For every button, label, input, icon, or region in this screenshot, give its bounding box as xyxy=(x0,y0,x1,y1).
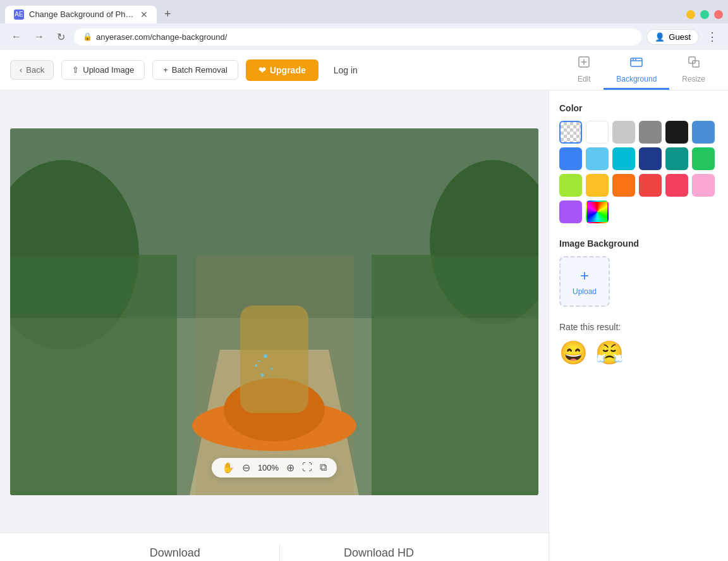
upload-image-label: Upload Image xyxy=(83,65,134,75)
tab-resize[interactable]: Resize xyxy=(669,50,718,90)
color-swatch-blue[interactable] xyxy=(559,147,582,170)
browser-menu-button[interactable]: ⋮ xyxy=(704,27,720,46)
color-swatch-sky[interactable] xyxy=(586,147,609,170)
profile-label: Guest xyxy=(669,32,691,42)
download-hd-label: Download HD xyxy=(344,546,414,560)
profile-button[interactable]: 👤 Guest xyxy=(646,29,699,45)
color-swatch-teal[interactable] xyxy=(665,147,688,170)
emoji-row: 😄 😤 xyxy=(559,340,718,366)
svg-rect-16 xyxy=(240,305,308,413)
color-swatch-cyan[interactable] xyxy=(612,147,635,170)
svg-point-19 xyxy=(261,373,264,376)
color-section: Color xyxy=(559,103,718,223)
tool-tabs: Edit Background Resize xyxy=(564,50,718,90)
new-tab-button[interactable]: + xyxy=(159,5,176,23)
color-section-title: Color xyxy=(559,103,718,113)
right-panel: Color xyxy=(549,90,728,561)
zoom-in-icon: ⊕ xyxy=(286,462,294,473)
svg-point-21 xyxy=(258,360,260,362)
back-nav-button[interactable]: ← xyxy=(8,28,25,45)
color-swatch-green[interactable] xyxy=(692,147,715,170)
color-swatch-blue-light[interactable] xyxy=(692,121,715,144)
download-label: Download xyxy=(150,546,200,560)
negative-rating-button[interactable]: 😤 xyxy=(595,340,624,366)
window-controls xyxy=(686,10,723,19)
color-swatch-gray[interactable] xyxy=(639,121,662,144)
canvas-area: ✋ ⊖ 100% ⊕ ⛶ ⧉ xyxy=(0,90,549,561)
svg-rect-1 xyxy=(631,58,642,66)
upgrade-button[interactable]: ❤ Upgrade xyxy=(246,59,318,81)
tab-edit-label: Edit xyxy=(578,75,591,83)
tab-edit[interactable]: Edit xyxy=(564,50,604,90)
zoom-out-icon: ⊖ xyxy=(242,462,250,473)
rating-section: Rate this result: 😄 😤 xyxy=(559,322,718,366)
split-icon: ⧉ xyxy=(320,462,327,472)
image-background-section: Image Background + Upload xyxy=(559,238,718,307)
profile-avatar-icon: 👤 xyxy=(655,32,665,42)
maximize-button[interactable] xyxy=(700,10,709,19)
color-swatch-red[interactable] xyxy=(639,174,662,197)
zoom-out-button[interactable]: ⊖ xyxy=(242,462,250,474)
color-grid xyxy=(559,121,718,223)
svg-rect-4 xyxy=(689,57,695,63)
zoom-level-display: 100% xyxy=(258,463,279,472)
rating-title: Rate this result: xyxy=(559,322,718,332)
tab-resize-label: Resize xyxy=(682,75,705,83)
color-swatch-lime[interactable] xyxy=(559,174,582,197)
color-swatch-pink-red[interactable] xyxy=(665,174,688,197)
plus-icon: + xyxy=(163,65,168,75)
svg-point-2 xyxy=(633,59,634,60)
image-bg-section-title: Image Background xyxy=(559,238,718,249)
upgrade-label: Upgrade xyxy=(270,65,306,75)
upload-bg-label: Upload xyxy=(573,287,597,296)
color-swatch-purple[interactable] xyxy=(559,200,582,223)
zoom-in-button[interactable]: ⊕ xyxy=(286,462,294,474)
tab-close-button[interactable]: ✕ xyxy=(140,9,148,20)
reload-button[interactable]: ↻ xyxy=(53,28,69,46)
color-swatch-lightgray[interactable] xyxy=(612,121,635,144)
svg-point-18 xyxy=(255,364,257,367)
tab-bar: AE Change Background of Phot… ✕ + xyxy=(0,0,728,23)
batch-removal-button[interactable]: + Batch Removal xyxy=(152,60,238,80)
main-content: ✋ ⊖ 100% ⊕ ⛶ ⧉ xyxy=(0,90,728,561)
edit-icon xyxy=(577,55,591,72)
tab-favicon: AE xyxy=(14,9,24,20)
positive-rating-button[interactable]: 😄 xyxy=(559,340,588,366)
color-swatch-white[interactable] xyxy=(586,121,609,144)
forward-nav-button[interactable]: → xyxy=(30,28,48,45)
upload-bg-plus-icon: + xyxy=(580,267,589,285)
color-swatch-gradient[interactable] xyxy=(586,200,609,223)
back-chevron-icon: ‹ xyxy=(20,65,22,75)
color-swatch-black[interactable] xyxy=(665,121,688,144)
color-swatch-yellow[interactable] xyxy=(586,174,609,197)
zoom-bar: ✋ ⊖ 100% ⊕ ⛶ ⧉ xyxy=(212,458,337,478)
batch-removal-label: Batch Removal xyxy=(172,65,228,75)
svg-point-17 xyxy=(264,354,267,358)
tab-background[interactable]: Background xyxy=(604,50,669,90)
svg-point-3 xyxy=(635,59,636,60)
upload-background-button[interactable]: + Upload xyxy=(559,256,610,307)
color-swatch-pink[interactable] xyxy=(692,174,715,197)
svg-rect-12 xyxy=(372,255,538,495)
download-bar: Download Preview image: 800 x 533 px ⓘ D… xyxy=(0,533,549,561)
split-view-button[interactable]: ⧉ xyxy=(320,462,327,473)
window-close-button[interactable] xyxy=(714,10,723,19)
color-swatch-orange[interactable] xyxy=(612,174,635,197)
color-swatch-transparent[interactable] xyxy=(559,121,582,144)
svg-rect-5 xyxy=(693,61,699,67)
browser-chrome: AE Change Background of Phot… ✕ + ← → ↻ … xyxy=(0,0,728,50)
download-section: Download Preview image: 800 x 533 px ⓘ xyxy=(71,546,279,562)
minimize-button[interactable] xyxy=(686,10,695,19)
fullscreen-button[interactable]: ⛶ xyxy=(302,462,312,473)
back-button[interactable]: ‹ Back xyxy=(10,60,54,80)
login-button[interactable]: Log in xyxy=(326,60,365,80)
upload-image-button[interactable]: ⇧ Upload Image xyxy=(61,60,145,80)
color-swatch-navy[interactable] xyxy=(639,147,662,170)
resize-icon xyxy=(687,55,701,72)
svg-rect-11 xyxy=(10,255,177,495)
pan-tool-button[interactable]: ✋ xyxy=(222,462,234,474)
active-tab[interactable]: AE Change Background of Phot… ✕ xyxy=(5,6,157,23)
address-input[interactable]: 🔒 anyeraser.com/change-background/ xyxy=(74,28,641,46)
address-bar: ← → ↻ 🔒 anyeraser.com/change-background/… xyxy=(0,23,728,50)
canvas-wrapper[interactable]: ✋ ⊖ 100% ⊕ ⛶ ⧉ xyxy=(0,90,549,533)
